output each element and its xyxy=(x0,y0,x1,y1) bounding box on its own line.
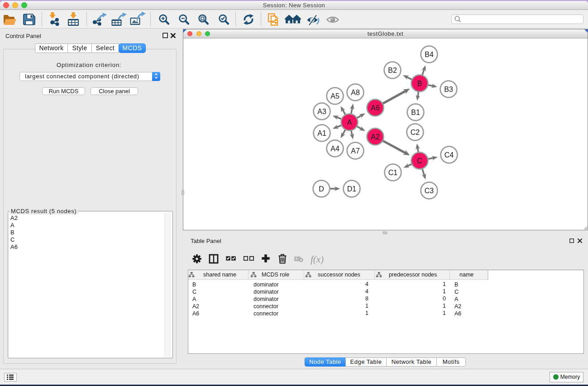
svg-text:B1: B1 xyxy=(411,109,420,116)
svg-text:A6: A6 xyxy=(371,104,380,112)
svg-text:D: D xyxy=(319,185,324,193)
svg-text:B4: B4 xyxy=(425,51,434,58)
svg-text:C4: C4 xyxy=(445,151,454,159)
svg-text:A1: A1 xyxy=(317,129,326,137)
svg-text:A5: A5 xyxy=(330,92,339,100)
svg-text:B2: B2 xyxy=(388,67,397,74)
svg-text:B3: B3 xyxy=(444,86,453,93)
svg-text:C2: C2 xyxy=(411,129,420,136)
svg-text:A3: A3 xyxy=(317,108,326,115)
svg-text:A8: A8 xyxy=(351,89,360,96)
svg-text:C1: C1 xyxy=(388,169,398,176)
svg-text:D1: D1 xyxy=(347,185,357,193)
svg-text:A7: A7 xyxy=(351,147,360,155)
svg-text:B: B xyxy=(417,80,422,87)
svg-text:C3: C3 xyxy=(425,187,434,195)
svg-text:C: C xyxy=(417,157,422,165)
svg-text:A2: A2 xyxy=(371,133,380,141)
svg-text:A4: A4 xyxy=(330,145,339,152)
svg-text:A: A xyxy=(347,119,352,126)
